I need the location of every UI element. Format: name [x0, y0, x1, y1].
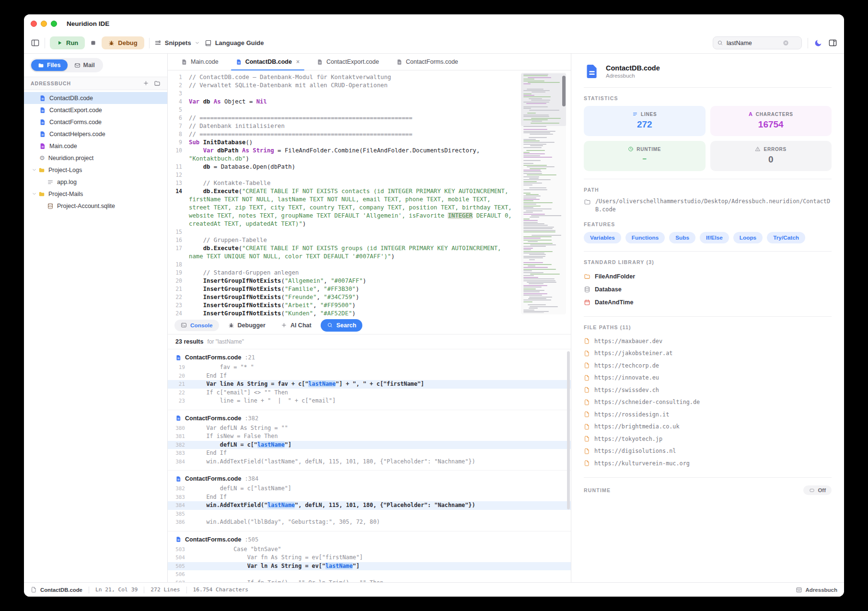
result-row[interactable]: 384 win.AddTextField("lastName", defLN, … — [168, 501, 571, 510]
result-row[interactable]: 385 — [168, 510, 571, 519]
tree-item-label: Neuridion.project — [48, 155, 94, 161]
tree-item-Project-Logs[interactable]: Project-Logs — [24, 164, 167, 176]
status-char-count: 16.754 Characters — [193, 587, 249, 593]
file-path-item[interactable]: https://digisolutions.nl — [584, 445, 832, 458]
new-folder-icon[interactable] — [154, 80, 161, 87]
add-file-icon[interactable] — [143, 80, 149, 87]
result-row[interactable]: 22 If c["email"] <> "" Then — [168, 389, 571, 397]
file-path-item[interactable]: https://kulturverein-muc.org — [584, 457, 832, 470]
code-line: 24 InsertGroupIfNotExists("Kunden", "#AF… — [168, 310, 517, 316]
results-count: 23 results — [175, 338, 203, 345]
runtime-section-label: RUNTIME — [584, 487, 611, 493]
search-input[interactable] — [727, 40, 779, 46]
chevron-down-icon[interactable] — [32, 191, 37, 196]
runtime-toggle[interactable]: Off — [803, 485, 832, 495]
tree-item-Neuridion.project[interactable]: ⚙︎Neuridion.project — [24, 152, 167, 164]
bug-icon — [108, 40, 115, 46]
result-row[interactable]: 384 win.AddTextField("lastName", defLN, … — [168, 458, 571, 466]
stop-button[interactable] — [90, 39, 97, 46]
editor-tab-ContactExport.code[interactable]: ContactExport.code — [308, 54, 388, 70]
file-path-item[interactable]: https://swissdev.ch — [584, 384, 832, 396]
clear-search-icon[interactable] — [783, 40, 789, 46]
tree-item-label: Project-Mails — [48, 191, 83, 197]
doc-icon — [584, 436, 590, 442]
result-row[interactable]: 20 End If — [168, 372, 571, 380]
sidebar-toggle-icon[interactable] — [31, 38, 40, 47]
code-line: 6// ====================================… — [168, 114, 517, 122]
result-row[interactable]: 23 line = line + " | " + c["email"] — [168, 397, 571, 405]
code-editor[interactable]: 1// ContactDB.code — Datenbank-Modul für… — [168, 70, 571, 316]
line-number: 13 — [168, 179, 189, 187]
result-group-header[interactable]: ContactForms.code:384 — [168, 474, 571, 484]
line-number: 7 — [168, 122, 189, 130]
tree-item-Project-Mails[interactable]: Project-Mails — [24, 188, 167, 200]
tree-item-app.log[interactable]: app.log — [24, 176, 167, 188]
run-button[interactable]: Run — [50, 36, 85, 49]
book-icon — [205, 39, 212, 46]
result-row[interactable]: 19 fav = "* " — [168, 363, 571, 372]
result-row[interactable]: 383 End If — [168, 449, 571, 458]
scrollbar-thumb[interactable] — [567, 351, 570, 509]
file-path-item[interactable]: https://tokyotech.jp — [584, 433, 832, 445]
result-group-header[interactable]: ContactForms.code:21 — [168, 353, 571, 363]
close-tab-icon[interactable]: × — [296, 58, 300, 65]
editor-tab-ContactForms.code[interactable]: ContactForms.code — [388, 54, 467, 70]
global-search-field[interactable] — [713, 36, 802, 49]
chevron-down-icon[interactable] — [32, 167, 37, 173]
panel-tab-search[interactable]: Search — [321, 319, 363, 332]
right-panel-toggle-icon[interactable] — [828, 38, 837, 47]
debug-button[interactable]: Debug — [102, 36, 144, 49]
result-row[interactable]: 507 If fn.Trim() = "" Or ln.Trim() = "" … — [168, 579, 571, 583]
title-bar: Neuridion IDE — [24, 14, 844, 33]
file-path-item[interactable]: https://schneider-consulting.de — [584, 396, 832, 409]
file-path-item[interactable]: https://innovate.eu — [584, 372, 832, 384]
stat-card-runtime: RUNTIME– — [584, 141, 706, 171]
file-path-item[interactable]: https://techcorp.de — [584, 359, 832, 372]
stat-card-characters: ACHARACTERS16754 — [710, 106, 832, 136]
panel-tab-console[interactable]: Console — [174, 320, 219, 331]
result-row[interactable]: 503 Case "btnSave" — [168, 545, 571, 554]
result-row[interactable]: 505 Var ln As String = ev["lastName"] — [168, 562, 571, 571]
tree-item-ContactForms.code[interactable]: ContactForms.code — [24, 116, 167, 128]
tree-item-ContactHelpers.code[interactable]: ContactHelpers.code — [24, 128, 167, 140]
sidebar-tab-mail[interactable]: Mail — [68, 59, 102, 71]
scrollbar-thumb[interactable] — [562, 76, 566, 106]
close-window-button[interactable] — [31, 21, 37, 27]
result-group-header[interactable]: ContactForms.code:505 — [168, 535, 571, 545]
minimize-window-button[interactable] — [41, 21, 47, 27]
zoom-window-button[interactable] — [51, 21, 57, 27]
dark-mode-toggle-icon[interactable] — [814, 39, 822, 47]
result-row[interactable]: 383 End If — [168, 493, 571, 502]
tree-item-ContactExport.code[interactable]: ContactExport.code — [24, 104, 167, 116]
feature-pill-try-catch: Try/Catch — [767, 232, 805, 243]
editor-tab-ContactDB.code[interactable]: ContactDB.code× — [227, 54, 308, 70]
result-row[interactable]: 504 Var fn As String = ev["firstName"] — [168, 553, 571, 562]
feature-pill-functions: Functions — [625, 232, 665, 243]
tree-item-ContactDB.code[interactable]: ContactDB.code — [24, 92, 167, 104]
panel-tab-ai-chat[interactable]: AI Chat — [275, 319, 318, 332]
file-path-item[interactable]: https://maxbauer.dev — [584, 335, 832, 347]
result-row[interactable]: 382 defLN = c["lastName"] — [168, 484, 571, 493]
file-path-item[interactable]: https://rossidesign.it — [584, 408, 832, 421]
code-line: 16 // Gruppen-Tabelle — [168, 236, 517, 244]
language-guide-button[interactable]: Language Guide — [205, 39, 264, 46]
result-row[interactable]: 381 If isNew = False Then — [168, 432, 571, 441]
result-row[interactable]: 386 win.AddLabel("lblBday", "Geburtstag:… — [168, 518, 571, 527]
panel-tab-debugger[interactable]: Debugger — [222, 319, 272, 332]
tree-item-Main.code[interactable]: Main.code — [24, 140, 167, 152]
tree-item-Project-Account.sqlite[interactable]: Project-Account.sqlite — [24, 200, 167, 212]
result-row[interactable]: 382 defLN = c["lastName"] — [168, 441, 571, 450]
result-group-header[interactable]: ContactForms.code:382 — [168, 414, 571, 424]
tree-item-label: ContactHelpers.code — [49, 131, 105, 138]
sidebar-tab-files[interactable]: Files — [31, 59, 68, 71]
file-path-item[interactable]: https://jakobsteiner.at — [584, 347, 832, 360]
result-row[interactable]: 506 — [168, 570, 571, 579]
result-row[interactable]: 380 Var defLN As String = "" — [168, 424, 571, 433]
editor-tab-Main.code[interactable]: Main.code — [173, 54, 227, 70]
clock-icon — [628, 146, 634, 152]
minimap[interactable] — [521, 72, 566, 314]
file-path-item[interactable]: https://brightmedia.co.uk — [584, 421, 832, 433]
result-row[interactable]: 21 Var line As String = fav + c["lastNam… — [168, 380, 571, 389]
snippets-menu[interactable]: Snippets — [154, 39, 200, 46]
folder-stroke-icon — [584, 273, 590, 280]
